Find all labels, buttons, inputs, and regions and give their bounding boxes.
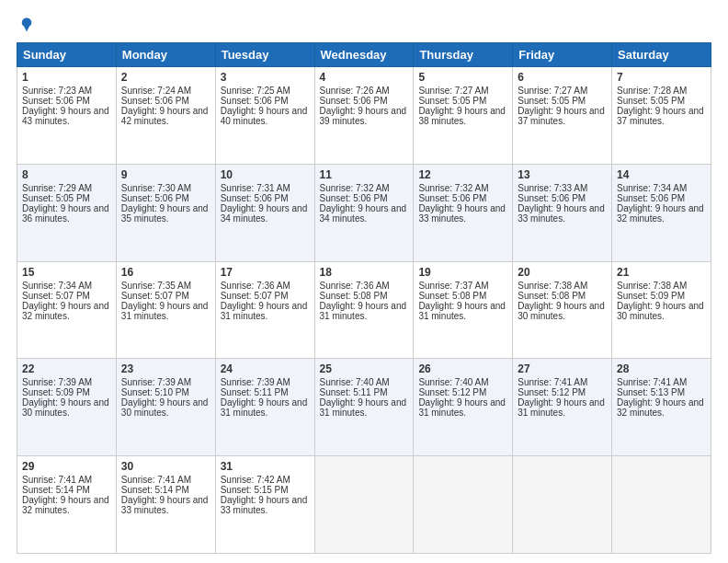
calendar-week-row: 1Sunrise: 7:23 AMSunset: 5:06 PMDaylight…	[17, 67, 711, 165]
day-number: 11	[320, 168, 409, 181]
calendar-week-row: 22Sunrise: 7:39 AMSunset: 5:09 PMDayligh…	[17, 359, 711, 456]
calendar-cell: 25Sunrise: 7:40 AMSunset: 5:11 PMDayligh…	[314, 359, 414, 456]
calendar-cell: 18Sunrise: 7:36 AMSunset: 5:08 PMDayligh…	[314, 261, 414, 359]
day-number: 18	[320, 266, 409, 279]
day-number: 12	[418, 168, 507, 181]
day-info: Sunrise: 7:42 AMSunset: 5:15 PMDaylight:…	[221, 475, 308, 515]
calendar-table: SundayMondayTuesdayWednesdayThursdayFrid…	[17, 42, 711, 554]
calendar-cell	[612, 456, 711, 554]
header	[17, 17, 711, 33]
day-number: 7	[617, 71, 706, 84]
calendar-cell: 2Sunrise: 7:24 AMSunset: 5:06 PMDaylight…	[116, 67, 215, 165]
day-number: 25	[320, 362, 409, 375]
calendar-cell: 20Sunrise: 7:38 AMSunset: 5:08 PMDayligh…	[513, 261, 612, 359]
day-info: Sunrise: 7:33 AMSunset: 5:06 PMDaylight:…	[518, 183, 605, 224]
page: SundayMondayTuesdayWednesdayThursdayFrid…	[0, 0, 728, 563]
weekday-header: Saturday	[612, 43, 711, 67]
day-info: Sunrise: 7:38 AMSunset: 5:09 PMDaylight:…	[617, 281, 704, 321]
day-info: Sunrise: 7:25 AMSunset: 5:06 PMDaylight:…	[221, 86, 308, 126]
calendar-week-row: 29Sunrise: 7:41 AMSunset: 5:14 PMDayligh…	[17, 456, 711, 554]
calendar-cell: 28Sunrise: 7:41 AMSunset: 5:13 PMDayligh…	[612, 359, 711, 456]
day-number: 23	[121, 362, 210, 375]
day-number: 31	[221, 460, 310, 473]
day-info: Sunrise: 7:41 AMSunset: 5:14 PMDaylight:…	[22, 475, 109, 515]
day-info: Sunrise: 7:34 AMSunset: 5:07 PMDaylight:…	[22, 281, 109, 321]
day-number: 13	[518, 168, 607, 181]
calendar-cell: 11Sunrise: 7:32 AMSunset: 5:06 PMDayligh…	[314, 164, 414, 261]
day-number: 24	[221, 362, 310, 375]
calendar-cell: 31Sunrise: 7:42 AMSunset: 5:15 PMDayligh…	[215, 456, 314, 554]
calendar-cell: 23Sunrise: 7:39 AMSunset: 5:10 PMDayligh…	[116, 359, 215, 456]
day-info: Sunrise: 7:29 AMSunset: 5:05 PMDaylight:…	[22, 183, 109, 224]
day-info: Sunrise: 7:41 AMSunset: 5:13 PMDaylight:…	[617, 377, 704, 418]
calendar-cell: 5Sunrise: 7:27 AMSunset: 5:05 PMDaylight…	[414, 67, 513, 165]
day-number: 19	[418, 266, 507, 279]
day-number: 30	[121, 460, 210, 473]
day-number: 26	[418, 362, 507, 375]
calendar-cell: 17Sunrise: 7:36 AMSunset: 5:07 PMDayligh…	[215, 261, 314, 359]
day-number: 27	[518, 362, 607, 375]
calendar-cell: 29Sunrise: 7:41 AMSunset: 5:14 PMDayligh…	[17, 456, 117, 554]
calendar-cell: 12Sunrise: 7:32 AMSunset: 5:06 PMDayligh…	[414, 164, 513, 261]
weekday-header: Thursday	[414, 43, 513, 67]
day-info: Sunrise: 7:40 AMSunset: 5:11 PMDaylight:…	[320, 377, 407, 418]
calendar-cell	[513, 456, 612, 554]
day-info: Sunrise: 7:30 AMSunset: 5:06 PMDaylight:…	[121, 183, 209, 224]
calendar-header-row: SundayMondayTuesdayWednesdayThursdayFrid…	[17, 43, 711, 67]
day-info: Sunrise: 7:37 AMSunset: 5:08 PMDaylight:…	[418, 281, 506, 321]
calendar-cell: 24Sunrise: 7:39 AMSunset: 5:11 PMDayligh…	[215, 359, 314, 456]
day-info: Sunrise: 7:32 AMSunset: 5:06 PMDaylight:…	[320, 183, 407, 224]
weekday-header: Tuesday	[215, 43, 314, 67]
day-number: 2	[121, 71, 210, 84]
day-info: Sunrise: 7:40 AMSunset: 5:12 PMDaylight:…	[418, 377, 506, 418]
calendar-week-row: 15Sunrise: 7:34 AMSunset: 5:07 PMDayligh…	[17, 261, 711, 359]
calendar-cell: 1Sunrise: 7:23 AMSunset: 5:06 PMDaylight…	[17, 67, 117, 165]
day-number: 9	[121, 168, 210, 181]
day-number: 5	[418, 71, 507, 84]
weekday-header: Friday	[513, 43, 612, 67]
logo	[17, 17, 35, 33]
day-number: 3	[221, 71, 310, 84]
day-number: 21	[617, 266, 706, 279]
calendar-cell: 6Sunrise: 7:27 AMSunset: 5:05 PMDaylight…	[513, 67, 612, 165]
day-info: Sunrise: 7:36 AMSunset: 5:08 PMDaylight:…	[320, 281, 407, 321]
day-number: 20	[518, 266, 607, 279]
day-number: 10	[221, 168, 310, 181]
day-info: Sunrise: 7:36 AMSunset: 5:07 PMDaylight:…	[221, 281, 308, 321]
calendar-cell: 8Sunrise: 7:29 AMSunset: 5:05 PMDaylight…	[17, 164, 117, 261]
calendar-week-row: 8Sunrise: 7:29 AMSunset: 5:05 PMDaylight…	[17, 164, 711, 261]
calendar-cell: 21Sunrise: 7:38 AMSunset: 5:09 PMDayligh…	[612, 261, 711, 359]
day-info: Sunrise: 7:39 AMSunset: 5:09 PMDaylight:…	[22, 377, 109, 418]
calendar-cell: 26Sunrise: 7:40 AMSunset: 5:12 PMDayligh…	[414, 359, 513, 456]
day-number: 8	[22, 168, 111, 181]
calendar-cell: 7Sunrise: 7:28 AMSunset: 5:05 PMDaylight…	[612, 67, 711, 165]
day-info: Sunrise: 7:28 AMSunset: 5:05 PMDaylight:…	[617, 86, 704, 126]
day-number: 28	[617, 362, 706, 375]
calendar-cell: 30Sunrise: 7:41 AMSunset: 5:14 PMDayligh…	[116, 456, 215, 554]
day-number: 6	[518, 71, 607, 84]
day-info: Sunrise: 7:34 AMSunset: 5:06 PMDaylight:…	[617, 183, 704, 224]
day-number: 29	[22, 460, 111, 473]
logo-bird-icon	[18, 17, 35, 33]
day-info: Sunrise: 7:35 AMSunset: 5:07 PMDaylight:…	[121, 281, 209, 321]
logo-text	[17, 17, 35, 33]
day-number: 14	[617, 168, 706, 181]
calendar-cell: 10Sunrise: 7:31 AMSunset: 5:06 PMDayligh…	[215, 164, 314, 261]
day-info: Sunrise: 7:27 AMSunset: 5:05 PMDaylight:…	[518, 86, 605, 126]
day-info: Sunrise: 7:31 AMSunset: 5:06 PMDaylight:…	[221, 183, 308, 224]
calendar-cell: 27Sunrise: 7:41 AMSunset: 5:12 PMDayligh…	[513, 359, 612, 456]
calendar-cell: 13Sunrise: 7:33 AMSunset: 5:06 PMDayligh…	[513, 164, 612, 261]
day-number: 1	[22, 71, 111, 84]
calendar-cell: 15Sunrise: 7:34 AMSunset: 5:07 PMDayligh…	[17, 261, 117, 359]
calendar-cell: 16Sunrise: 7:35 AMSunset: 5:07 PMDayligh…	[116, 261, 215, 359]
day-info: Sunrise: 7:38 AMSunset: 5:08 PMDaylight:…	[518, 281, 605, 321]
day-info: Sunrise: 7:39 AMSunset: 5:10 PMDaylight:…	[121, 377, 209, 418]
day-info: Sunrise: 7:32 AMSunset: 5:06 PMDaylight:…	[418, 183, 506, 224]
day-number: 22	[22, 362, 111, 375]
calendar-cell	[314, 456, 414, 554]
calendar-cell	[414, 456, 513, 554]
day-info: Sunrise: 7:39 AMSunset: 5:11 PMDaylight:…	[221, 377, 308, 418]
calendar-cell: 22Sunrise: 7:39 AMSunset: 5:09 PMDayligh…	[17, 359, 117, 456]
calendar-cell: 3Sunrise: 7:25 AMSunset: 5:06 PMDaylight…	[215, 67, 314, 165]
weekday-header: Monday	[116, 43, 215, 67]
